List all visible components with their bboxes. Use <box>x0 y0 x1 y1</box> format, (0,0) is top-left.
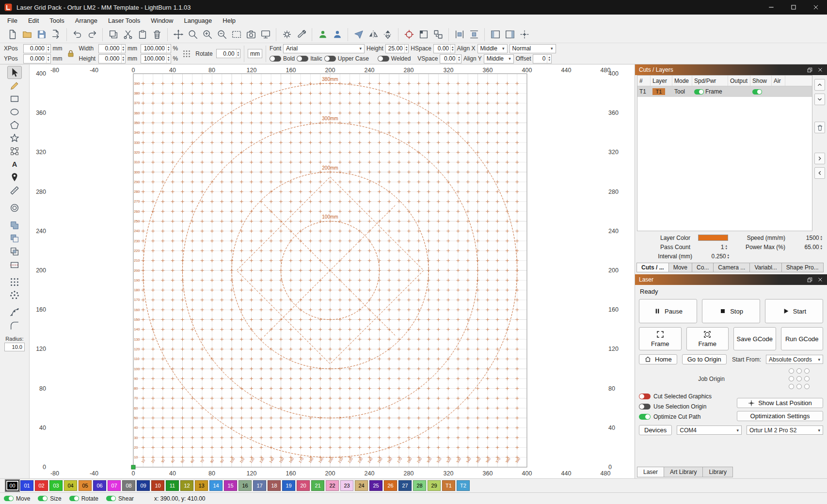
tab-camera[interactable]: Camera ... <box>713 263 749 272</box>
job-origin-radio[interactable] <box>789 376 794 381</box>
copy-along-path-tool[interactable] <box>7 306 22 319</box>
layer-color-chip[interactable] <box>698 235 728 241</box>
job-origin-radio[interactable] <box>796 376 802 381</box>
ypos-field[interactable]: 0.000 <box>23 54 51 63</box>
star-tool[interactable] <box>7 131 22 144</box>
mirror-horizontal-button[interactable] <box>366 28 380 41</box>
text-style-select[interactable]: Normal <box>509 44 556 53</box>
settings-button[interactable] <box>295 28 308 41</box>
maximize-button[interactable] <box>782 0 805 15</box>
interval-spinner[interactable] <box>726 253 730 259</box>
status-toggle-size[interactable]: Size <box>38 495 61 502</box>
frame-toggle[interactable] <box>694 89 704 94</box>
boolean-intersect-tool[interactable] <box>7 245 22 258</box>
home-button[interactable]: Home <box>639 354 677 364</box>
italic-toggle[interactable] <box>297 56 308 62</box>
power-max-spinner[interactable] <box>819 244 823 250</box>
copy-button[interactable] <box>107 28 120 41</box>
palette-color-29[interactable]: 29 <box>428 480 441 491</box>
aligny-select[interactable]: Middle <box>484 54 514 63</box>
height-spinner[interactable] <box>121 55 126 63</box>
dock-right-button[interactable] <box>503 28 516 41</box>
devices-button[interactable]: Devices <box>639 425 672 435</box>
height-percent-spinner[interactable] <box>166 55 171 63</box>
palette-color-25[interactable]: 25 <box>369 480 382 491</box>
dock-left-button[interactable] <box>489 28 502 41</box>
xpos-field[interactable]: 0.000 <box>23 44 51 53</box>
boolean-subtract-tool[interactable] <box>7 232 22 245</box>
port-select[interactable]: COM4 <box>677 425 742 435</box>
cuts-layers-titlebar[interactable]: Cuts / Layers <box>635 64 827 75</box>
optimization-settings-button[interactable]: Optimization Settings <box>737 411 823 421</box>
boolean-union-tool[interactable] <box>7 219 22 232</box>
zoom-full-button[interactable] <box>186 28 199 41</box>
workspace-svg[interactable]: -80-80-40-400040408080120120160160200200… <box>30 64 635 478</box>
menu-arrange[interactable]: Arrange <box>70 16 103 26</box>
circular-array-tool[interactable] <box>7 288 22 301</box>
pause-button[interactable]: Pause <box>639 299 697 323</box>
status-toggle-shear[interactable]: Shear <box>106 495 134 502</box>
measure-tool[interactable] <box>7 184 22 197</box>
palette-color-19[interactable]: 19 <box>282 480 295 491</box>
device-select[interactable]: Ortur LM 2 Pro S2 <box>747 425 823 435</box>
font-height-spinner[interactable] <box>404 45 409 53</box>
palette-color-14[interactable]: 14 <box>209 480 223 491</box>
radius-field[interactable]: 10.0 <box>4 343 25 351</box>
menu-laser-tools[interactable]: Laser Tools <box>103 16 145 26</box>
distribute-vertical-button[interactable] <box>467 28 480 41</box>
frame-circle-button[interactable]: Frame <box>686 327 729 350</box>
minimize-button[interactable] <box>760 0 782 15</box>
palette-color-12[interactable]: 12 <box>180 480 193 491</box>
edit-nodes-tool[interactable] <box>7 144 22 158</box>
tab-library[interactable]: Library <box>702 467 733 477</box>
menu-language[interactable]: Language <box>178 16 217 26</box>
tab-variabl[interactable]: Variabl... <box>749 263 781 272</box>
job-origin-radio[interactable] <box>796 368 802 374</box>
go-to-origin-button[interactable]: Go to Origin <box>682 354 727 364</box>
rotate-field[interactable]: 0.00 <box>216 49 241 58</box>
palette-color-00[interactable]: 00 <box>6 480 19 491</box>
workspace-canvas[interactable]: -80-80-40-400040408080120120160160200200… <box>30 64 635 478</box>
font-select[interactable]: Arial <box>283 44 365 53</box>
menu-file[interactable]: File <box>2 16 23 26</box>
use-selection-origin-toggle[interactable] <box>639 404 651 410</box>
rectangle-tool[interactable] <box>7 92 22 105</box>
new-file-button[interactable] <box>6 28 19 41</box>
menu-edit[interactable]: Edit <box>23 16 44 26</box>
bold-toggle[interactable] <box>270 56 281 62</box>
draw-lines-tool[interactable] <box>7 79 22 92</box>
float-panel-icon[interactable] <box>807 67 813 73</box>
cut-selected-toggle[interactable] <box>639 394 651 399</box>
position-laser-button[interactable] <box>402 28 415 41</box>
uppercase-toggle[interactable] <box>324 56 336 62</box>
width-field[interactable]: 0.000 <box>98 44 126 53</box>
user-origin-button[interactable] <box>316 28 329 41</box>
palette-color-20[interactable]: 20 <box>297 480 310 491</box>
offset-field[interactable]: 0 <box>533 54 552 63</box>
palette-color-28[interactable]: 28 <box>413 480 426 491</box>
move-layer-up-button[interactable] <box>814 79 825 91</box>
height-field[interactable]: 0.000 <box>98 54 126 63</box>
save-button[interactable] <box>35 28 48 41</box>
palette-color-01[interactable]: 01 <box>20 480 33 491</box>
job-origin-radio[interactable] <box>796 384 802 389</box>
tab-cuts[interactable]: Cuts / ... <box>636 263 668 272</box>
status-toggle-move[interactable]: Move <box>4 495 30 502</box>
palette-color-24[interactable]: 24 <box>355 480 368 491</box>
expand-panel-button[interactable] <box>814 153 825 164</box>
mirror-vertical-button[interactable] <box>381 28 394 41</box>
cut-button[interactable] <box>121 28 134 41</box>
palette-color-21[interactable]: 21 <box>311 480 324 491</box>
status-toggle-rotate[interactable]: Rotate <box>69 495 98 502</box>
show-toggle[interactable] <box>752 89 762 94</box>
palette-color-05[interactable]: 05 <box>79 480 92 491</box>
user-button[interactable] <box>331 28 344 41</box>
pass-count-field[interactable]: 1 <box>693 244 728 251</box>
delete-button[interactable] <box>150 28 163 41</box>
job-origin-radio[interactable] <box>789 368 794 374</box>
width-percent-spinner[interactable] <box>166 45 171 53</box>
position-pin-tool[interactable] <box>7 171 22 184</box>
palette-color-T2[interactable]: T2 <box>457 480 470 491</box>
menu-tools[interactable]: Tools <box>44 16 69 26</box>
close-button[interactable] <box>805 0 827 15</box>
